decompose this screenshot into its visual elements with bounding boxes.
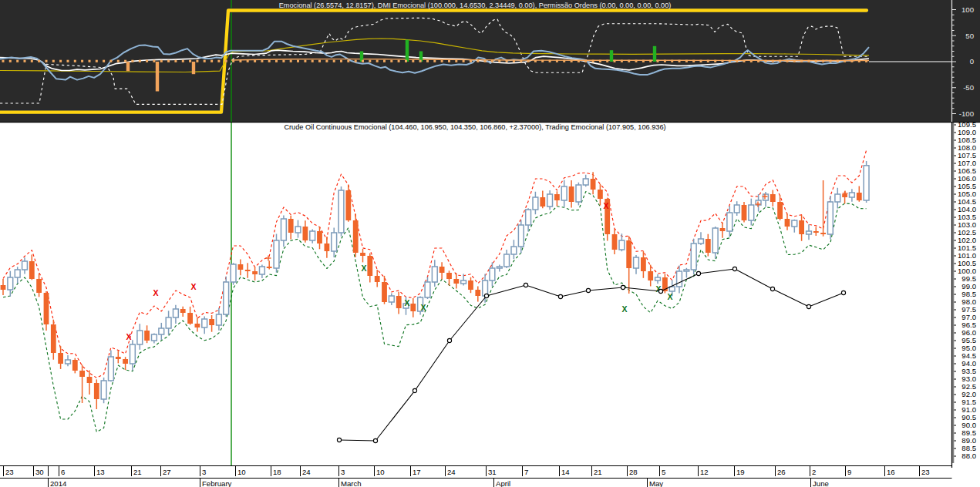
svg-text:100: 100 (961, 5, 974, 14)
svg-text:3: 3 (202, 468, 206, 476)
svg-text:105.5: 105.5 (958, 182, 976, 190)
svg-text:13: 13 (96, 468, 105, 476)
svg-text:93.0: 93.0 (961, 374, 976, 383)
svg-text:Crude Oil Continuous Emocional: Crude Oil Continuous Emocional (104.460,… (284, 123, 665, 131)
svg-text:6: 6 (61, 468, 65, 476)
svg-text:16: 16 (887, 468, 895, 476)
svg-text:90.5: 90.5 (961, 413, 976, 422)
svg-text:18: 18 (273, 468, 281, 476)
svg-text:19: 19 (736, 468, 745, 476)
svg-text:21: 21 (594, 468, 602, 476)
svg-text:98.5: 98.5 (961, 290, 976, 298)
svg-text:0: 0 (970, 57, 974, 65)
svg-text:2014: 2014 (50, 479, 67, 487)
svg-text:X: X (404, 298, 409, 307)
svg-text:21: 21 (133, 468, 142, 476)
svg-text:12: 12 (700, 468, 709, 476)
svg-text:100.5: 100.5 (958, 259, 976, 267)
svg-text:14: 14 (561, 468, 570, 476)
svg-text:June: June (813, 479, 829, 487)
svg-text:94.0: 94.0 (961, 359, 976, 368)
svg-text:103.5: 103.5 (958, 213, 976, 221)
svg-text:March: March (341, 479, 362, 487)
svg-text:94.5: 94.5 (961, 351, 976, 360)
svg-text:100.0: 100.0 (958, 267, 976, 275)
svg-text:109.5: 109.5 (958, 120, 976, 129)
svg-text:31: 31 (488, 468, 497, 476)
svg-text:97.5: 97.5 (961, 305, 976, 314)
svg-text:30: 30 (35, 468, 44, 476)
svg-text:108.0: 108.0 (958, 143, 976, 152)
svg-text:May: May (649, 479, 663, 487)
svg-text:107.5: 107.5 (958, 151, 976, 160)
svg-text:23: 23 (5, 468, 14, 476)
svg-text:2: 2 (812, 468, 816, 476)
svg-text:X: X (603, 201, 608, 210)
svg-text:96.5: 96.5 (961, 321, 976, 329)
svg-text:89.0: 89.0 (961, 436, 976, 445)
svg-text:24: 24 (447, 468, 456, 476)
svg-text:99.0: 99.0 (961, 282, 976, 291)
svg-text:106.0: 106.0 (958, 174, 976, 183)
svg-text:9: 9 (847, 468, 851, 476)
svg-text:91.5: 91.5 (961, 398, 976, 406)
svg-text:95.0: 95.0 (961, 344, 976, 352)
svg-text:108.5: 108.5 (958, 136, 976, 144)
svg-text:X: X (190, 282, 196, 291)
svg-text:27: 27 (163, 468, 171, 476)
svg-text:91.0: 91.0 (961, 405, 976, 414)
svg-text:98.0: 98.0 (961, 297, 976, 306)
svg-text:96.0: 96.0 (961, 328, 976, 337)
svg-text:109.0: 109.0 (958, 128, 976, 136)
svg-text:95.5: 95.5 (961, 336, 976, 344)
svg-text:93.5: 93.5 (961, 367, 976, 375)
svg-text:107.0: 107.0 (958, 159, 976, 167)
svg-text:102.5: 102.5 (958, 228, 976, 237)
svg-text:3: 3 (341, 468, 345, 476)
svg-text:X: X (420, 303, 426, 312)
svg-text:10: 10 (237, 468, 246, 476)
svg-text:97.0: 97.0 (961, 313, 976, 321)
svg-text:X: X (667, 292, 672, 301)
svg-text:28: 28 (629, 468, 638, 476)
svg-text:104.0: 104.0 (958, 205, 976, 213)
svg-text:88.0: 88.0 (961, 452, 976, 460)
svg-text:-100: -100 (959, 109, 974, 118)
svg-text:5: 5 (662, 468, 665, 476)
svg-text:X: X (153, 288, 158, 297)
svg-text:10: 10 (376, 468, 385, 476)
svg-text:X: X (361, 264, 366, 273)
svg-text:17: 17 (413, 468, 421, 476)
svg-text:88.5: 88.5 (961, 444, 976, 452)
svg-text:-50: -50 (963, 83, 974, 92)
svg-text:103.0: 103.0 (958, 220, 976, 229)
svg-text:99.5: 99.5 (961, 274, 976, 283)
svg-text:April: April (496, 479, 510, 487)
svg-text:105.0: 105.0 (958, 190, 976, 198)
svg-text:26: 26 (777, 468, 786, 476)
svg-text:92.0: 92.0 (961, 390, 976, 398)
svg-text:101.5: 101.5 (958, 244, 976, 252)
svg-text:X: X (621, 304, 627, 314)
svg-text:106.5: 106.5 (958, 166, 976, 175)
svg-text:Emocional (26.5574, 12.8157),: Emocional (26.5574, 12.8157), DMI Emocio… (279, 2, 672, 9)
svg-text:101.0: 101.0 (958, 251, 976, 260)
svg-text:90.0: 90.0 (961, 421, 976, 429)
svg-text:102.0: 102.0 (958, 236, 976, 244)
svg-text:7: 7 (524, 468, 528, 476)
svg-text:X: X (126, 332, 131, 341)
svg-text:104.5: 104.5 (958, 197, 976, 206)
svg-text:24: 24 (302, 468, 311, 476)
svg-text:50: 50 (965, 32, 974, 40)
svg-text:February: February (202, 479, 232, 487)
svg-text:92.5: 92.5 (961, 382, 976, 391)
svg-text:23: 23 (921, 468, 930, 476)
svg-text:89.5: 89.5 (961, 428, 976, 437)
